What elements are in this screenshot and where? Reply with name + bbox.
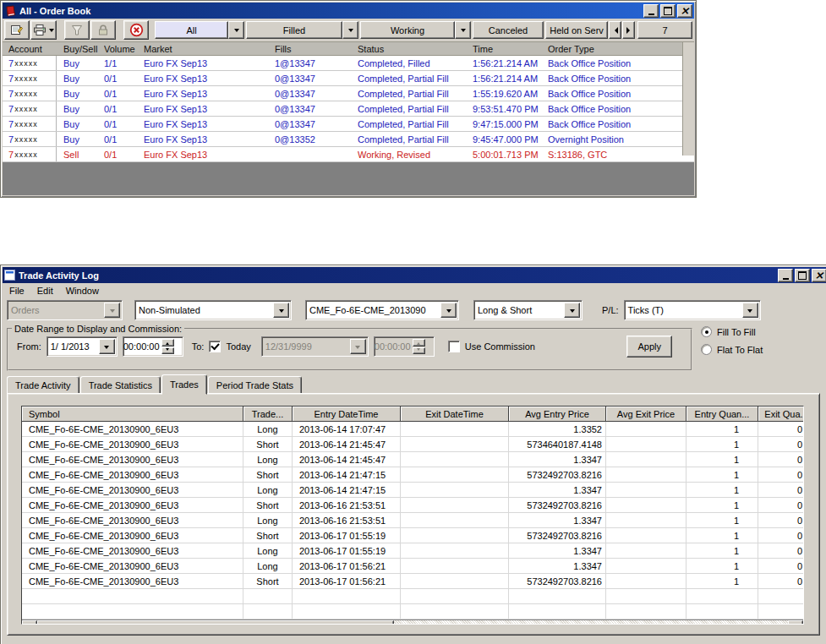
trade-row[interactable]: [22, 589, 803, 604]
trade-row[interactable]: CME_Fo-6E-CME_20130900_6EU3 Long 2013-06…: [22, 543, 803, 559]
column-header-market[interactable]: Market: [144, 44, 275, 54]
properties-button[interactable]: [4, 20, 30, 40]
column-header-trade[interactable]: Trade...: [243, 407, 293, 422]
order-book-scroll-strip[interactable]: [682, 42, 694, 156]
trade-row[interactable]: CME_Fo-6E-CME_20130900_6EU3 Long 2013-06…: [22, 483, 803, 498]
from-date-arrow[interactable]: [99, 339, 115, 354]
chevron-down-icon: [446, 309, 451, 315]
filter-tab-held[interactable]: Held on Serv: [545, 21, 635, 39]
horizontal-scrollbar[interactable]: [22, 619, 803, 625]
scrollbar-track[interactable]: [394, 620, 788, 625]
filter-tab-all[interactable]: All: [155, 21, 244, 39]
trade-row[interactable]: CME_Fo-6E-CME_20130900_6EU3 Short 2013-0…: [22, 528, 803, 543]
order-row[interactable]: 7xxxxx Buy 0/1 Euro FX Sep13 0@13347 Com…: [3, 86, 694, 101]
trade-direction: Long: [243, 483, 293, 497]
trade-row[interactable]: CME_Fo-6E-CME_20130900_6EU3 Long 2013-06…: [22, 422, 803, 437]
column-header-volume[interactable]: Volume: [104, 44, 144, 54]
to-date-picker[interactable]: 12/31/9999: [261, 336, 369, 357]
column-header-symbol[interactable]: Symbol: [22, 407, 243, 422]
order-row[interactable]: 7xxxxx Buy 1/1 Euro FX Sep13 1@13347 Com…: [3, 56, 694, 71]
tab-trade-activity[interactable]: Trade Activity: [7, 376, 79, 394]
column-header-time[interactable]: Time: [473, 44, 548, 54]
column-header-fills[interactable]: Fills: [275, 44, 358, 54]
to-time-spinner[interactable]: 00:00:00: [374, 336, 435, 357]
order-market: Euro FX Sep13: [144, 58, 275, 68]
pl-select[interactable]: Ticks (T): [624, 300, 761, 320]
cancel-all-button[interactable]: [123, 20, 149, 40]
chevron-down-icon: [570, 309, 575, 315]
from-time-spinner[interactable]: 00:00:00: [123, 336, 183, 357]
tab-scroll-left-button[interactable]: [609, 21, 621, 39]
minimize-button[interactable]: [643, 4, 659, 18]
order-time: 9:45:47.000 PM: [473, 134, 548, 145]
spin-down-button[interactable]: [161, 347, 174, 355]
order-row[interactable]: 7xxxxx Buy 0/1 Euro FX Sep13 0@13347 Com…: [3, 117, 694, 132]
filter-tab-filled-dropdown[interactable]: [342, 21, 358, 39]
order-row[interactable]: 7xxxxx Buy 0/1 Euro FX Sep13 0@13352 Com…: [3, 132, 694, 147]
tab-scroll-right-button[interactable]: [622, 21, 635, 39]
menu-edit[interactable]: Edit: [37, 286, 53, 296]
apply-button[interactable]: Apply: [626, 336, 672, 357]
menu-file[interactable]: File: [9, 286, 25, 296]
pl-select-arrow[interactable]: [742, 303, 758, 318]
column-header-ordertype[interactable]: Order Type: [548, 44, 694, 54]
filter-tab-working[interactable]: Working: [360, 21, 471, 39]
flat-to-flat-option[interactable]: Flat To Flat: [701, 344, 763, 355]
filter-tab-all-dropdown[interactable]: [228, 21, 244, 39]
column-header-avg-entry-price[interactable]: Avg Entry Price: [509, 407, 606, 422]
direction-select[interactable]: Long & Short: [473, 300, 583, 320]
trade-row[interactable]: CME_Fo-6E-CME_20130900_6EU3 Short 2013-0…: [22, 498, 803, 513]
tab-trades[interactable]: Trades: [161, 374, 207, 395]
column-header-exit-quantity[interactable]: Exit Qua...: [758, 407, 804, 422]
scrollbar-thumb[interactable]: [37, 620, 394, 625]
today-checkbox[interactable]: [209, 341, 221, 352]
from-date-picker[interactable]: 1/ 1/2013: [46, 336, 118, 357]
trade-row[interactable]: CME_Fo-6E-CME_20130900_6EU3 Long 2013-06…: [22, 452, 803, 467]
simulated-select-arrow[interactable]: [273, 303, 289, 318]
filter-button[interactable]: [64, 20, 90, 40]
filter-tab-working-dropdown[interactable]: [455, 21, 471, 39]
column-header-exit-datetime[interactable]: Exit DateTime: [401, 407, 509, 422]
order-row[interactable]: 7xxxxx Buy 0/1 Euro FX Sep13 0@13347 Com…: [3, 71, 694, 86]
tab-trade-statistics[interactable]: Trade Statistics: [80, 376, 161, 394]
maximize-button[interactable]: [795, 269, 810, 282]
fill-to-fill-option[interactable]: Fill To Fill: [701, 326, 763, 337]
spin-up-button[interactable]: [161, 339, 174, 347]
column-header-status[interactable]: Status: [358, 44, 473, 54]
filter-tab-filled[interactable]: Filled: [246, 21, 358, 39]
instrument-select[interactable]: CME_Fo-6E-CME_2013090: [305, 300, 459, 320]
column-header-avg-exit-price[interactable]: Avg Exit Price: [606, 407, 687, 422]
scroll-right-button[interactable]: [788, 620, 803, 625]
lock-button[interactable]: [90, 20, 116, 40]
trade-row[interactable]: CME_Fo-6E-CME_20130900_6EU3 Short 2013-0…: [22, 467, 803, 483]
trade-row[interactable]: CME_Fo-6E-CME_20130900_6EU3 Short 2013-0…: [22, 574, 803, 589]
column-header-account[interactable]: Account: [8, 44, 63, 54]
menu-window[interactable]: Window: [66, 286, 99, 296]
direction-select-arrow[interactable]: [564, 303, 580, 318]
close-button[interactable]: ×: [677, 4, 692, 18]
tab-period-trade-stats[interactable]: Period Trade Stats: [208, 376, 302, 394]
maximize-button[interactable]: [660, 4, 676, 18]
order-account: 7xxxxx: [3, 117, 57, 131]
column-header-buysell[interactable]: Buy/Sell: [63, 44, 104, 54]
use-commission-checkbox[interactable]: [448, 341, 460, 352]
trade-symbol: CME_Fo-6E-CME_20130900_6EU3: [22, 559, 243, 573]
trade-row[interactable]: CME_Fo-6E-CME_20130900_6EU3 Short 2013-0…: [22, 437, 803, 452]
simulated-select[interactable]: Non-Simulated: [134, 300, 292, 320]
instrument-select-arrow[interactable]: [440, 303, 457, 318]
close-button[interactable]: ×: [812, 269, 826, 282]
trade-row[interactable]: [22, 604, 803, 619]
orders-select[interactable]: Orders: [7, 300, 123, 320]
trade-log-window-icon: [4, 270, 15, 281]
minimize-button[interactable]: [778, 269, 793, 282]
print-button[interactable]: [30, 20, 57, 40]
trade-row[interactable]: CME_Fo-6E-CME_20130900_6EU3 Long 2013-06…: [22, 559, 803, 574]
scroll-left-button[interactable]: [22, 620, 37, 625]
filter-tab-canceled[interactable]: Canceled: [473, 21, 544, 39]
column-header-entry-quantity[interactable]: Entry Quan...: [687, 407, 758, 422]
trade-exit-datetime: [401, 422, 509, 436]
column-header-entry-datetime[interactable]: Entry DateTime: [293, 407, 401, 422]
order-row[interactable]: 7xxxxx Sell 0/1 Euro FX Sep13 Working, R…: [3, 147, 694, 162]
order-row[interactable]: 7xxxxx Buy 0/1 Euro FX Sep13 0@13347 Com…: [3, 101, 694, 117]
trade-row[interactable]: CME_Fo-6E-CME_20130900_6EU3 Long 2013-06…: [22, 513, 803, 528]
